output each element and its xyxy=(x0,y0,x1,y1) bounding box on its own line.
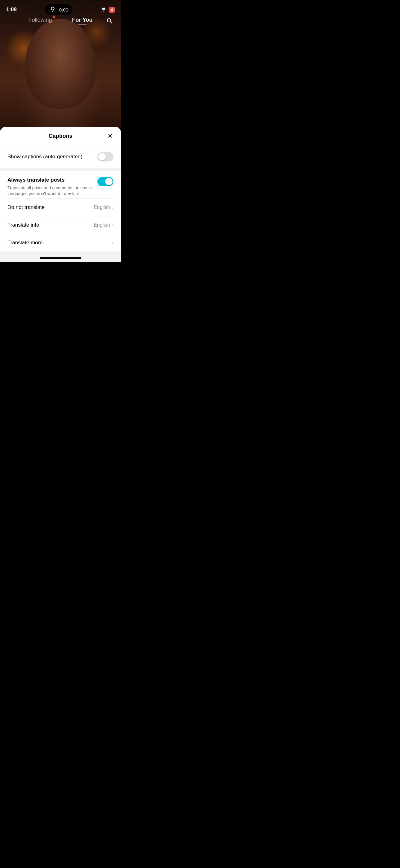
video-face xyxy=(25,19,96,108)
captions-sheet: Captions ✕ Show captions (auto-generated… xyxy=(0,127,121,262)
translate-more-label: Translate more xyxy=(7,240,43,246)
nav-separator: | xyxy=(61,17,63,23)
home-indicator xyxy=(40,257,81,259)
status-right: 4 xyxy=(101,7,115,13)
battery-indicator: 4 xyxy=(109,7,115,13)
status-time: 1:08 xyxy=(6,6,17,13)
toggle-thumb xyxy=(98,153,106,160)
translate-desc: Translate all posts and comments, unless… xyxy=(7,185,92,197)
translate-header-left: Always translate posts Translate all pos… xyxy=(7,177,92,197)
translate-into-value: English xyxy=(94,222,110,228)
status-bar: 1:08 0:00 4 xyxy=(0,0,121,16)
chevron-icon-3: › xyxy=(112,240,113,246)
timer: 0:00 xyxy=(59,7,68,12)
translate-title: Always translate posts xyxy=(7,177,92,183)
translate-into-row[interactable]: Translate into English › xyxy=(0,216,121,234)
do-not-translate-value: English xyxy=(94,205,110,210)
captions-section: Show captions (auto-generated) xyxy=(0,146,121,168)
translation-section: Always translate posts Translate all pos… xyxy=(0,171,121,251)
translate-more-row[interactable]: Translate more › xyxy=(0,234,121,251)
close-button[interactable]: ✕ xyxy=(105,131,115,141)
plant-icon xyxy=(49,6,56,13)
translate-toggle[interactable] xyxy=(97,177,113,186)
wifi-icon xyxy=(101,7,106,12)
captions-toggle[interactable] xyxy=(97,152,113,161)
notification-dot xyxy=(53,16,55,18)
chevron-icon-1: › xyxy=(112,205,113,210)
sheet-header: Captions ✕ xyxy=(0,127,121,146)
do-not-translate-right: English › xyxy=(94,205,113,210)
do-not-translate-label: Do not translate xyxy=(7,204,45,211)
translate-header: Always translate posts Translate all pos… xyxy=(0,171,121,198)
captions-label: Show captions (auto-generated) xyxy=(7,154,82,160)
top-nav: Following | For You xyxy=(0,17,121,23)
translate-more-right: › xyxy=(112,240,113,246)
translate-into-right: English › xyxy=(94,222,113,228)
translate-toggle-thumb xyxy=(105,178,112,185)
sheet-title: Captions xyxy=(48,133,72,140)
nav-for-you[interactable]: For You xyxy=(72,17,92,23)
translate-into-label: Translate into xyxy=(7,222,39,228)
do-not-translate-row[interactable]: Do not translate English › xyxy=(0,199,121,216)
captions-row: Show captions (auto-generated) xyxy=(0,146,121,168)
chevron-icon-2: › xyxy=(112,222,113,228)
status-center-pill: 0:00 xyxy=(45,4,72,15)
nav-following[interactable]: Following xyxy=(28,17,52,23)
battery-level: 4 xyxy=(111,7,113,12)
